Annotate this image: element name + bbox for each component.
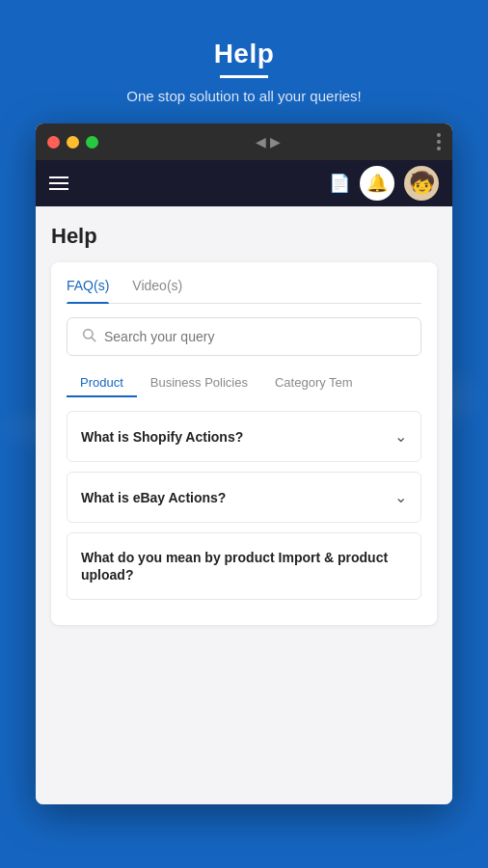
notification-button[interactable]: 🔔	[360, 166, 394, 201]
dot-red[interactable]	[47, 136, 60, 149]
category-tab-product[interactable]: Product	[67, 369, 137, 397]
hamburger-line-1	[49, 176, 68, 178]
faq-question-3: What do you mean by product Import & pro…	[81, 550, 388, 583]
browser-nav: ◀ ▶	[256, 134, 281, 149]
title-underline	[220, 75, 268, 78]
faq-question-1: What is Shopify Actions?	[81, 429, 394, 445]
chevron-down-icon-2: ⌄	[394, 488, 407, 506]
content-page-title: Help	[51, 224, 437, 249]
page-container: Help One stop solution to all your queri…	[0, 0, 488, 804]
header-section: Help One stop solution to all your queri…	[126, 39, 361, 104]
tab-videos[interactable]: Video(s)	[132, 278, 182, 303]
search-icon	[81, 327, 96, 346]
bell-icon: 🔔	[366, 173, 388, 194]
hamburger-line-3	[49, 188, 68, 190]
search-input[interactable]	[104, 329, 407, 344]
main-card: FAQ(s) Video(s)	[51, 262, 437, 625]
faq-question-2: What is eBay Actions?	[81, 490, 394, 505]
dot-green[interactable]	[86, 136, 98, 149]
search-box	[67, 317, 421, 356]
chevron-down-icon-1: ⌄	[394, 427, 407, 446]
category-tab-category[interactable]: Category Tem	[261, 369, 366, 397]
browser-more-icon[interactable]	[437, 133, 441, 150]
svg-line-1	[92, 338, 95, 341]
hamburger-line-2	[49, 182, 68, 184]
avatar-button[interactable]: 🧒	[404, 166, 439, 201]
browser-window: ◀ ▶ 📄 🔔 🧒	[36, 123, 452, 804]
back-arrow-icon[interactable]: ◀	[256, 134, 266, 149]
browser-dots	[47, 136, 98, 149]
forward-arrow-icon[interactable]: ▶	[270, 134, 281, 149]
hamburger-menu-button[interactable]	[49, 176, 68, 190]
toolbar-right: 📄 🔔 🧒	[329, 166, 439, 201]
page-subtitle: One stop solution to all your queries!	[126, 88, 361, 104]
tabs-row: FAQ(s) Video(s)	[67, 278, 421, 304]
menu-dot-3	[437, 147, 441, 150]
dot-yellow[interactable]	[67, 136, 79, 149]
faq-header-2[interactable]: What is eBay Actions? ⌄	[68, 473, 420, 522]
browser-titlebar: ◀ ▶	[36, 123, 452, 160]
faq-item-2: What is eBay Actions? ⌄	[67, 472, 421, 523]
browser-toolbar: 📄 🔔 🧒	[36, 160, 452, 206]
content-area: Help FAQ(s) Video(s)	[36, 206, 452, 804]
faq-header-1[interactable]: What is Shopify Actions? ⌄	[68, 412, 420, 461]
category-tabs: Product Business Policies Category Tem	[67, 369, 421, 397]
faq-item-1: What is Shopify Actions? ⌄	[67, 411, 421, 462]
category-tab-business[interactable]: Business Policies	[137, 369, 261, 397]
avatar-icon: 🧒	[409, 173, 435, 194]
page-title: Help	[126, 39, 361, 69]
tab-faqs[interactable]: FAQ(s)	[67, 278, 109, 303]
document-icon[interactable]: 📄	[329, 173, 350, 194]
menu-dot-1	[437, 133, 441, 137]
menu-dot-2	[437, 140, 441, 144]
faq-item-3[interactable]: What do you mean by product Import & pro…	[67, 532, 421, 600]
